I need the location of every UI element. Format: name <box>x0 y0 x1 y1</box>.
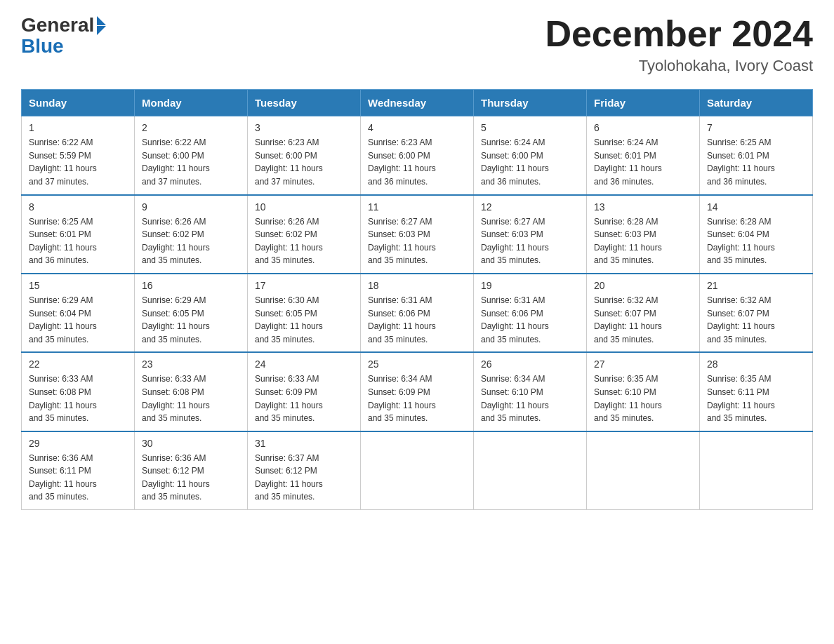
calendar-cell <box>587 431 700 510</box>
day-number: 9 <box>142 201 240 213</box>
day-info: Sunrise: 6:30 AM Sunset: 6:05 PM Dayligh… <box>255 294 353 346</box>
calendar-cell: 26 Sunrise: 6:34 AM Sunset: 6:10 PM Dayl… <box>474 352 587 431</box>
logo-blue-text: Blue <box>21 36 106 56</box>
calendar-cell: 30 Sunrise: 6:36 AM Sunset: 6:12 PM Dayl… <box>135 431 248 510</box>
calendar-cell: 18 Sunrise: 6:31 AM Sunset: 6:06 PM Dayl… <box>361 274 474 352</box>
calendar-week-3: 15 Sunrise: 6:29 AM Sunset: 6:04 PM Dayl… <box>22 274 813 352</box>
calendar-cell: 4 Sunrise: 6:23 AM Sunset: 6:00 PM Dayli… <box>361 116 474 195</box>
day-number: 2 <box>142 122 240 133</box>
calendar-cell: 27 Sunrise: 6:35 AM Sunset: 6:10 PM Dayl… <box>587 352 700 431</box>
day-info: Sunrise: 6:23 AM Sunset: 6:00 PM Dayligh… <box>255 136 353 188</box>
header-saturday: Saturday <box>700 90 813 116</box>
logo-general-text: General <box>21 14 94 36</box>
calendar-table: SundayMondayTuesdayWednesdayThursdayFrid… <box>21 89 813 510</box>
day-number: 4 <box>368 122 466 133</box>
day-info: Sunrise: 6:25 AM Sunset: 6:01 PM Dayligh… <box>29 215 127 267</box>
calendar-cell: 19 Sunrise: 6:31 AM Sunset: 6:06 PM Dayl… <box>474 274 587 352</box>
calendar-cell: 24 Sunrise: 6:33 AM Sunset: 6:09 PM Dayl… <box>248 352 361 431</box>
calendar-cell: 25 Sunrise: 6:34 AM Sunset: 6:09 PM Dayl… <box>361 352 474 431</box>
day-info: Sunrise: 6:24 AM Sunset: 6:00 PM Dayligh… <box>481 136 579 188</box>
header-sunday: Sunday <box>22 90 135 116</box>
logo-line1: General <box>21 14 106 36</box>
calendar-week-5: 29 Sunrise: 6:36 AM Sunset: 6:11 PM Dayl… <box>22 431 813 510</box>
logo-arrow-bottom <box>97 26 106 35</box>
day-number: 11 <box>368 201 466 213</box>
day-number: 27 <box>594 358 692 370</box>
calendar-cell: 23 Sunrise: 6:33 AM Sunset: 6:08 PM Dayl… <box>135 352 248 431</box>
day-info: Sunrise: 6:36 AM Sunset: 6:11 PM Dayligh… <box>29 452 127 504</box>
day-number: 26 <box>481 358 579 370</box>
day-number: 6 <box>594 122 692 133</box>
day-info: Sunrise: 6:28 AM Sunset: 6:04 PM Dayligh… <box>707 215 805 267</box>
day-info: Sunrise: 6:26 AM Sunset: 6:02 PM Dayligh… <box>255 215 353 267</box>
day-info: Sunrise: 6:27 AM Sunset: 6:03 PM Dayligh… <box>368 215 466 267</box>
day-number: 12 <box>481 201 579 213</box>
day-info: Sunrise: 6:22 AM Sunset: 6:00 PM Dayligh… <box>142 136 240 188</box>
day-number: 30 <box>142 438 240 449</box>
calendar-cell: 3 Sunrise: 6:23 AM Sunset: 6:00 PM Dayli… <box>248 116 361 195</box>
calendar-cell: 31 Sunrise: 6:37 AM Sunset: 6:12 PM Dayl… <box>248 431 361 510</box>
calendar-header-row: SundayMondayTuesdayWednesdayThursdayFrid… <box>22 90 813 116</box>
calendar-cell: 12 Sunrise: 6:27 AM Sunset: 6:03 PM Dayl… <box>474 195 587 274</box>
calendar-cell: 7 Sunrise: 6:25 AM Sunset: 6:01 PM Dayli… <box>700 116 813 195</box>
title-section: December 2024 Tyolohokaha, Ivory Coast <box>545 14 813 75</box>
header-monday: Monday <box>135 90 248 116</box>
calendar-cell: 13 Sunrise: 6:28 AM Sunset: 6:03 PM Dayl… <box>587 195 700 274</box>
day-number: 13 <box>594 201 692 213</box>
calendar-cell <box>700 431 813 510</box>
day-info: Sunrise: 6:33 AM Sunset: 6:08 PM Dayligh… <box>29 373 127 424</box>
calendar-week-1: 1 Sunrise: 6:22 AM Sunset: 5:59 PM Dayli… <box>22 116 813 195</box>
day-number: 21 <box>707 280 805 291</box>
calendar-cell: 15 Sunrise: 6:29 AM Sunset: 6:04 PM Dayl… <box>22 274 135 352</box>
day-info: Sunrise: 6:32 AM Sunset: 6:07 PM Dayligh… <box>707 294 805 346</box>
day-number: 3 <box>255 122 353 133</box>
day-info: Sunrise: 6:26 AM Sunset: 6:02 PM Dayligh… <box>142 215 240 267</box>
calendar-cell: 8 Sunrise: 6:25 AM Sunset: 6:01 PM Dayli… <box>22 195 135 274</box>
calendar-cell: 20 Sunrise: 6:32 AM Sunset: 6:07 PM Dayl… <box>587 274 700 352</box>
day-number: 1 <box>29 122 127 133</box>
day-number: 20 <box>594 280 692 291</box>
day-info: Sunrise: 6:29 AM Sunset: 6:04 PM Dayligh… <box>29 294 127 346</box>
calendar-cell <box>361 431 474 510</box>
calendar-cell: 17 Sunrise: 6:30 AM Sunset: 6:05 PM Dayl… <box>248 274 361 352</box>
day-info: Sunrise: 6:24 AM Sunset: 6:01 PM Dayligh… <box>594 136 692 188</box>
calendar-cell: 16 Sunrise: 6:29 AM Sunset: 6:05 PM Dayl… <box>135 274 248 352</box>
day-number: 18 <box>368 280 466 291</box>
calendar-week-2: 8 Sunrise: 6:25 AM Sunset: 6:01 PM Dayli… <box>22 195 813 274</box>
page-header: General Blue December 2024 Tyolohokaha, … <box>21 14 813 75</box>
day-info: Sunrise: 6:22 AM Sunset: 5:59 PM Dayligh… <box>29 136 127 188</box>
day-info: Sunrise: 6:37 AM Sunset: 6:12 PM Dayligh… <box>255 452 353 504</box>
header-friday: Friday <box>587 90 700 116</box>
calendar-cell: 28 Sunrise: 6:35 AM Sunset: 6:11 PM Dayl… <box>700 352 813 431</box>
calendar-cell: 1 Sunrise: 6:22 AM Sunset: 5:59 PM Dayli… <box>22 116 135 195</box>
calendar-week-4: 22 Sunrise: 6:33 AM Sunset: 6:08 PM Dayl… <box>22 352 813 431</box>
calendar-cell: 9 Sunrise: 6:26 AM Sunset: 6:02 PM Dayli… <box>135 195 248 274</box>
header-wednesday: Wednesday <box>361 90 474 116</box>
day-info: Sunrise: 6:28 AM Sunset: 6:03 PM Dayligh… <box>594 215 692 267</box>
logo-arrow-top <box>97 16 106 25</box>
day-info: Sunrise: 6:31 AM Sunset: 6:06 PM Dayligh… <box>368 294 466 346</box>
day-info: Sunrise: 6:27 AM Sunset: 6:03 PM Dayligh… <box>481 215 579 267</box>
day-info: Sunrise: 6:29 AM Sunset: 6:05 PM Dayligh… <box>142 294 240 346</box>
day-info: Sunrise: 6:32 AM Sunset: 6:07 PM Dayligh… <box>594 294 692 346</box>
day-number: 23 <box>142 358 240 370</box>
day-info: Sunrise: 6:25 AM Sunset: 6:01 PM Dayligh… <box>707 136 805 188</box>
day-info: Sunrise: 6:33 AM Sunset: 6:08 PM Dayligh… <box>142 373 240 424</box>
calendar-cell: 11 Sunrise: 6:27 AM Sunset: 6:03 PM Dayl… <box>361 195 474 274</box>
day-info: Sunrise: 6:34 AM Sunset: 6:09 PM Dayligh… <box>368 373 466 424</box>
calendar-cell: 14 Sunrise: 6:28 AM Sunset: 6:04 PM Dayl… <box>700 195 813 274</box>
day-number: 16 <box>142 280 240 291</box>
day-number: 29 <box>29 438 127 449</box>
calendar-cell: 6 Sunrise: 6:24 AM Sunset: 6:01 PM Dayli… <box>587 116 700 195</box>
day-number: 14 <box>707 201 805 213</box>
day-number: 24 <box>255 358 353 370</box>
day-number: 22 <box>29 358 127 370</box>
calendar-cell: 29 Sunrise: 6:36 AM Sunset: 6:11 PM Dayl… <box>22 431 135 510</box>
day-info: Sunrise: 6:35 AM Sunset: 6:11 PM Dayligh… <box>707 373 805 424</box>
day-number: 17 <box>255 280 353 291</box>
header-tuesday: Tuesday <box>248 90 361 116</box>
day-number: 31 <box>255 438 353 449</box>
day-info: Sunrise: 6:31 AM Sunset: 6:06 PM Dayligh… <box>481 294 579 346</box>
day-info: Sunrise: 6:23 AM Sunset: 6:00 PM Dayligh… <box>368 136 466 188</box>
logo: General Blue <box>21 14 106 56</box>
